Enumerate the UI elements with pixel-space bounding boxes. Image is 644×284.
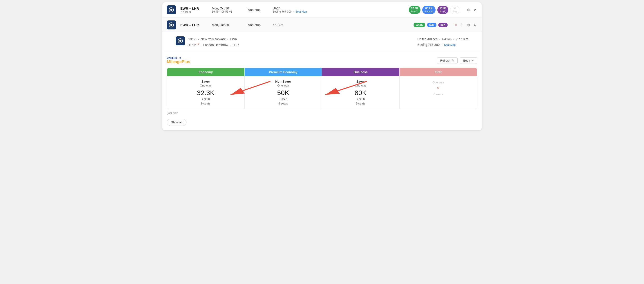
seat-map-link-1[interactable]: Seat Map [295, 10, 307, 13]
detail-times: 23:55 · New York Newark · EWR 11:05+1 · … [188, 36, 239, 48]
show-all-button[interactable]: Show all [167, 119, 186, 126]
fare-card-business[interactable]: Business Saver One way 80K + $5.6 9 seat… [322, 68, 400, 109]
collapse-button-2[interactable]: ∧ [473, 22, 477, 28]
fare-card-header-business: Business [322, 68, 399, 76]
share-button-2[interactable]: ⇧ [459, 22, 464, 28]
fare-card-body-premium: Non-Saver One way 50K + $5.6 9 seats [245, 76, 322, 109]
stop-info-1: Non-stop [248, 8, 268, 12]
badge-eco-sub-1: Eco (2) [411, 10, 418, 13]
badge-prem-sub-1: Prem (9) [424, 10, 433, 13]
main-container: EWR – LHR 7 h 10 m Mon, Oct 30 19:45 – 0… [162, 2, 482, 130]
fare-miles-premium: 50K [248, 89, 318, 97]
flight-row-2: EWR – LHR Mon, Oct 30 Non-stop 7 h 10 m … [162, 18, 482, 32]
mp-actions: Refresh ↻ Book ↗ [437, 57, 477, 64]
timestamp: just now [168, 111, 178, 115]
mp-logo: UNITED ✈ MileagePlus [167, 57, 190, 64]
fare-seats-business: 9 seats [326, 102, 396, 105]
route-info-1: EWR – LHR 7 h 10 m [180, 6, 207, 13]
fare-miles-economy: 32.3K [171, 89, 241, 97]
x-icon-2: ✕ [454, 23, 457, 27]
badge-eco-value-1: 32.3K [411, 7, 418, 10]
stop-info-2: Non-stop [248, 23, 268, 27]
airline-logo-2 [167, 20, 176, 29]
show-all-container: Show all [162, 117, 482, 130]
fare-card-body-business: Saver One way 80K + $5.6 9 seats [322, 76, 399, 109]
fare-card-first: First One way ✕ 0 seats [400, 68, 477, 109]
expand-button-1[interactable]: ∨ [473, 7, 477, 13]
aircraft-1: Boeing 767-300 [272, 10, 292, 13]
date-info-1: Mon, Oct 30 19:45 – 06:55 +1 [212, 6, 243, 13]
fare-type-business: Saver [326, 80, 396, 83]
route-code-2: EWR – LHR [180, 23, 207, 27]
badge-prem-2[interactable]: 50K [427, 23, 436, 27]
fare-card-premium[interactable]: Premium Economy Non-Saver One way 50K + … [245, 68, 322, 109]
date-info-2: Mon, Oct 30 [212, 23, 243, 27]
badge-biz-1[interactable]: 115K Biz (9) [437, 6, 448, 14]
badges-row2: 32.3K 50K 80K [414, 23, 448, 27]
fare-direction-business: One way [326, 84, 396, 87]
route-code-1: EWR – LHR [180, 6, 207, 10]
flight-num-1: UA14 Boeing 767-300 · Seat Map [272, 6, 307, 13]
route-duration-2: 7 h 10 m [272, 23, 283, 26]
date-label-1: Mon, Oct 30 [212, 6, 243, 10]
fare-direction-premium: One way [248, 84, 318, 87]
flight-code-1: UA14 [272, 6, 307, 10]
row2-actions: ✕ ⇧ ⊕ ∧ [454, 21, 477, 28]
fare-direction-economy: One way [171, 84, 241, 87]
route-duration-1: 7 h 10 m [180, 10, 207, 13]
mp-logo-bottom: MileagePlus [167, 59, 190, 64]
badge-eco-1[interactable]: 32.3K Eco (2) [409, 6, 420, 14]
flight-row-1: EWR – LHR 7 h 10 m Mon, Oct 30 19:45 – 0… [162, 2, 482, 18]
add-button-2[interactable]: ⊕ [466, 21, 471, 28]
fare-tax-business: + $5.6 [326, 97, 396, 101]
badge-biz-value-1: 115K [440, 7, 446, 10]
badge-eco-2[interactable]: 32.3K [414, 23, 425, 27]
refresh-icon: ↻ [452, 59, 454, 62]
badge-prem-value-1: 66.2K [425, 7, 432, 10]
badge-biz-sub-1: Biz (9) [440, 10, 446, 13]
fare-card-header-first: First [400, 68, 477, 76]
fare-miles-business: 80K [326, 89, 396, 97]
mileageplus-section: UNITED ✈ MileagePlus Refresh ↻ Book ↗ [162, 52, 482, 117]
fare-cards: Economy Saver One way 32.3K + $5.6 9 sea… [167, 68, 477, 109]
badge-first-value-1: ✕ [454, 7, 456, 10]
badges-container-1: 32.3K Eco (2) 66.2K Prem (9) 115K Biz (9… [409, 5, 460, 14]
flight-detail-1: Boeing 767-300 · Seat Map [272, 10, 307, 13]
fare-card-body-economy: Saver One way 32.3K + $5.6 9 seats [167, 76, 244, 109]
refresh-button[interactable]: Refresh ↻ [437, 57, 458, 64]
row1-actions: ⊕ ∨ [466, 6, 477, 13]
fare-direction-first: One way [403, 81, 474, 84]
badge-first-1: ✕ First [450, 5, 460, 14]
arrive-time-detail: 11:05+1 · London Heathrow · LHR [188, 42, 239, 48]
detail-aircraft-line: Boeing 767-300 · Seat Map [417, 42, 468, 48]
fare-type-economy: Saver [171, 80, 241, 83]
airline-logo-detail [176, 36, 185, 45]
flight-detail-row: 23:55 · New York Newark · EWR 11:05+1 · … [162, 32, 482, 52]
seat-map-link-detail[interactable]: Seat Map [444, 43, 456, 46]
badge-biz-2[interactable]: 80K [438, 23, 448, 27]
book-button[interactable]: Book ↗ [460, 57, 477, 64]
detail-left: 23:55 · New York Newark · EWR 11:05+1 · … [176, 36, 239, 48]
fare-card-economy[interactable]: Economy Saver One way 32.3K + $5.6 9 sea… [167, 68, 245, 109]
detail-right: United Airlines · UA146 · 7 h 10 m Boein… [417, 36, 468, 48]
fare-tax-economy: + $5.6 [171, 97, 241, 101]
external-link-icon: ↗ [471, 59, 474, 62]
fare-cards-wrapper: Economy Saver One way 32.3K + $5.6 9 sea… [167, 68, 477, 109]
fare-unavailable-first: One way ✕ 0 seats [400, 76, 477, 100]
fare-seats-first: 0 seats [403, 93, 474, 96]
route-info-2: EWR – LHR [180, 23, 207, 27]
fare-card-header-premium: Premium Economy [245, 68, 322, 76]
fare-x-icon-first: ✕ [403, 86, 474, 91]
add-button-1[interactable]: ⊕ [466, 6, 471, 13]
badge-first-sub-1: First [453, 10, 457, 13]
fare-card-header-economy: Economy [167, 68, 244, 76]
detail-airline-line: United Airlines · UA146 · 7 h 10 m [417, 36, 468, 42]
airline-logo-1 [167, 5, 176, 14]
fare-tax-premium: + $5.6 [248, 97, 318, 101]
fare-type-premium: Non-Saver [248, 80, 318, 83]
mp-logo-top: UNITED ✈ [167, 57, 182, 59]
badge-prem-1[interactable]: 66.2K Prem (9) [422, 6, 436, 14]
fare-seats-economy: 9 seats [171, 102, 241, 105]
mp-header: UNITED ✈ MileagePlus Refresh ↻ Book ↗ [167, 57, 477, 64]
depart-time-detail: 23:55 · New York Newark · EWR [188, 36, 239, 42]
